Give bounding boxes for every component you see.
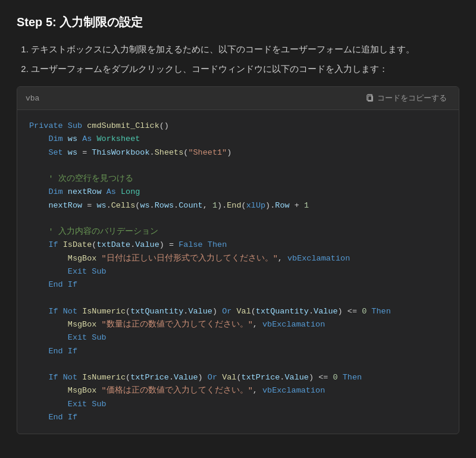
page-title: Step 5: 入力制限の設定 [17,14,459,30]
copy-code-button[interactable]: コードをコピーする [362,92,450,105]
instruction-item-2: ユーザーフォームをダブルクリックし、コードウィンドウに以下のコードを入力します： [31,61,459,77]
instruction-item-1: テキストボックスに入力制限を加えるために、以下のコードをユーザーフォームに追加し… [31,41,459,57]
code-lang-label: vba [26,94,39,103]
code-block-header: vba コードをコピーする [17,87,459,110]
code-block-container: vba コードをコピーする Private Sub cmdSubmit_Clic… [17,86,459,434]
copy-icon [366,94,374,102]
code-content: Private Sub cmdSubmit_Click() Dim ws As … [17,110,459,434]
copy-button-label: コードをコピーする [377,93,447,103]
instructions-list: テキストボックスに入力制限を加えるために、以下のコードをユーザーフォームに追加し… [17,41,459,77]
